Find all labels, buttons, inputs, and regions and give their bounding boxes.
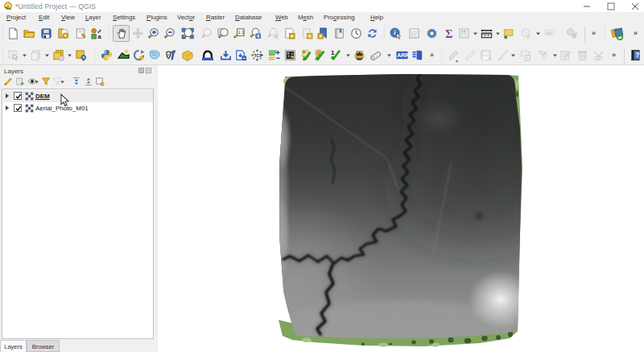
svg-text:TCP: TCP (254, 53, 262, 58)
svg-text:ARR: ARR (397, 52, 408, 58)
svg-text:abc: abc (546, 31, 552, 35)
svg-text:?: ? (635, 51, 639, 59)
svg-text:1:1: 1:1 (238, 30, 245, 35)
svg-text:Σ: Σ (445, 27, 452, 39)
svg-text:a: a (97, 33, 101, 39)
svg-text:1: 1 (331, 49, 335, 56)
